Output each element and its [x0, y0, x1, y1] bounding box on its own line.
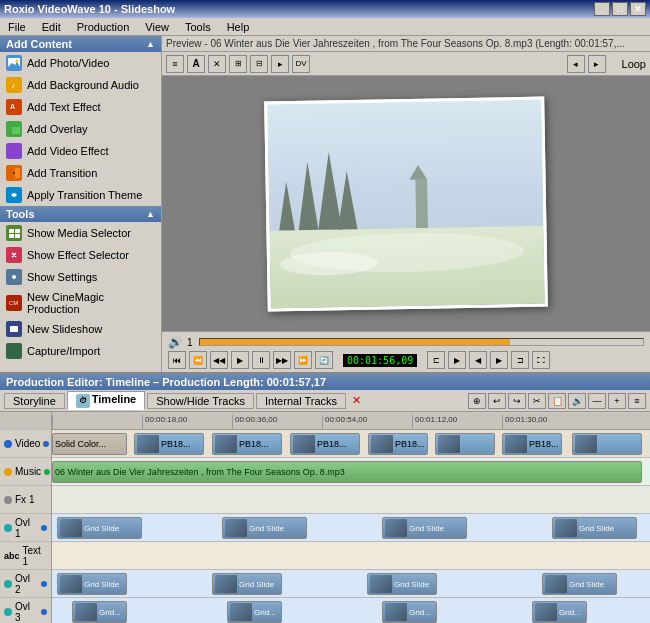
- ovl1-dot2: [41, 525, 47, 531]
- close-button[interactable]: ✕: [630, 2, 646, 16]
- tl-btn-6[interactable]: 🔊: [568, 393, 586, 409]
- text-abc: abc: [4, 551, 20, 561]
- ovl2-clip-4[interactable]: Grid Slide: [542, 573, 617, 595]
- next-sel-btn[interactable]: ▶: [490, 351, 508, 369]
- add-background-audio-item[interactable]: ♪ Add Background Audio: [0, 74, 161, 96]
- ovl1-track: Grid Slide Grid Slide Grid Slide Grid Sl…: [52, 514, 650, 542]
- menu-view[interactable]: View: [141, 20, 173, 34]
- rewind-btn[interactable]: ◀◀: [210, 351, 228, 369]
- music-clip[interactable]: 06 Winter aus Die Vier Jahreszeiten , fr…: [52, 461, 642, 483]
- title-bar: Roxio VideoWave 10 - Slideshow _ □ ✕: [0, 0, 650, 18]
- ovl1-clip-3[interactable]: Grid Slide: [382, 517, 467, 539]
- svg-point-2: [16, 60, 19, 63]
- add-photo-video-item[interactable]: Add Photo/Video: [0, 52, 161, 74]
- pause-btn[interactable]: ⏸: [252, 351, 270, 369]
- menu-help[interactable]: Help: [223, 20, 254, 34]
- add-transition-item[interactable]: Add Transition: [0, 162, 161, 184]
- apply-transition-theme-item[interactable]: Apply Transition Theme: [0, 184, 161, 206]
- video-clip-6[interactable]: PB18...: [502, 433, 562, 455]
- tl-btn-1[interactable]: ⊕: [468, 393, 486, 409]
- skip-start-btn[interactable]: ⏮: [168, 351, 186, 369]
- show-settings-item[interactable]: Show Settings: [0, 266, 161, 288]
- ruler-label: [0, 412, 51, 430]
- maximize-button[interactable]: □: [612, 2, 628, 16]
- mark-in-btn[interactable]: ⊏: [427, 351, 445, 369]
- fullscreen-btn[interactable]: ⛶: [532, 351, 550, 369]
- tl-btn-8[interactable]: +: [608, 393, 626, 409]
- preview-back-btn[interactable]: ◂: [567, 55, 585, 73]
- toolbar-btn-x[interactable]: ✕: [208, 55, 226, 73]
- ovl2-clip-1[interactable]: Grid Slide: [57, 573, 127, 595]
- mark-out-btn[interactable]: ⊐: [511, 351, 529, 369]
- add-text-effect-item[interactable]: A Add Text Effect: [0, 96, 161, 118]
- capture-import-item[interactable]: Capture/Import: [0, 340, 161, 362]
- svg-text:♪: ♪: [11, 81, 15, 90]
- next-frame-btn[interactable]: ⏩: [294, 351, 312, 369]
- video-clip-7[interactable]: [572, 433, 642, 455]
- fast-fwd-btn[interactable]: ▶▶: [273, 351, 291, 369]
- toolbar-btn-1[interactable]: ≡: [166, 55, 184, 73]
- timeline-content: Video Music Fx 1 Ovl 1 abc Text 1: [0, 412, 650, 623]
- ovl1-clip-1[interactable]: Grid Slide: [57, 517, 142, 539]
- ovl3-clip-4[interactable]: Grid...: [532, 601, 587, 623]
- left-panel: Add Content ▲ Add Photo/Video ♪ Add Back…: [0, 36, 162, 372]
- add-video-effect-item[interactable]: Add Video Effect: [0, 140, 161, 162]
- window-controls: _ □ ✕: [594, 2, 646, 16]
- svg-marker-32: [17, 349, 20, 353]
- play-btn[interactable]: ▶: [231, 351, 249, 369]
- new-cinemagic-item[interactable]: CM New CineMagic Production: [0, 288, 161, 318]
- tl-btn-7[interactable]: —: [588, 393, 606, 409]
- video-clip-5[interactable]: [435, 433, 495, 455]
- solid-color-clip[interactable]: Solid Color...: [52, 433, 127, 455]
- toolbar-btn-more[interactable]: ▸: [271, 55, 289, 73]
- play-sel-btn[interactable]: ▶: [448, 351, 466, 369]
- ovl3-clip-2[interactable]: Grid...: [227, 601, 282, 623]
- svg-rect-9: [8, 147, 17, 155]
- video-clip-1[interactable]: PB18...: [134, 433, 204, 455]
- skip-end-btn[interactable]: 🔄: [315, 351, 333, 369]
- tl-btn-9[interactable]: ≡: [628, 393, 646, 409]
- svg-rect-18: [15, 229, 20, 233]
- ovl3-clip-1[interactable]: Grid...: [72, 601, 127, 623]
- tab-storyline[interactable]: Storyline: [4, 393, 65, 409]
- prev-sel-btn[interactable]: ◀: [469, 351, 487, 369]
- preview-area: Preview - 06 Winter aus Die Vier Jahresz…: [162, 36, 650, 372]
- menu-production[interactable]: Production: [73, 20, 134, 34]
- minimize-button[interactable]: _: [594, 2, 610, 16]
- menu-file[interactable]: File: [4, 20, 30, 34]
- close-tracks-btn[interactable]: ✕: [352, 394, 361, 407]
- theme-icon: [6, 187, 22, 203]
- tl-btn-3[interactable]: ↪: [508, 393, 526, 409]
- ovl2-clip-3[interactable]: Grid Slide: [367, 573, 437, 595]
- add-overlay-item[interactable]: Add Overlay: [0, 118, 161, 140]
- tl-btn-2[interactable]: ↩: [488, 393, 506, 409]
- tl-btn-4[interactable]: ✂: [528, 393, 546, 409]
- tab-internal-tracks[interactable]: Internal Tracks: [256, 393, 346, 409]
- timeline-scrubber[interactable]: [199, 338, 644, 346]
- ovl1-clip-2[interactable]: Grid Slide: [222, 517, 307, 539]
- video-clip-4[interactable]: PB18...: [368, 433, 428, 455]
- track-label-music: Music: [0, 458, 51, 486]
- menu-tools[interactable]: Tools: [181, 20, 215, 34]
- toolbar-btn-grid2[interactable]: ⊟: [250, 55, 268, 73]
- video-clip-3[interactable]: PB18...: [290, 433, 360, 455]
- tl-btn-5[interactable]: 📋: [548, 393, 566, 409]
- tab-timeline[interactable]: ⏱Timeline: [67, 391, 145, 410]
- toolbar-btn-text[interactable]: A: [187, 55, 205, 73]
- cinemagic-icon: CM: [6, 295, 22, 311]
- preview-fwd-btn[interactable]: ▸: [588, 55, 606, 73]
- ovl3-dot2: [41, 609, 47, 615]
- prev-frame-btn[interactable]: ⏪: [189, 351, 207, 369]
- new-slideshow-item[interactable]: New Slideshow: [0, 318, 161, 340]
- track-label-video: Video: [0, 430, 51, 458]
- toolbar-btn-grid[interactable]: ⊞: [229, 55, 247, 73]
- ovl2-clip-2[interactable]: Grid Slide: [212, 573, 282, 595]
- show-media-selector-item[interactable]: Show Media Selector: [0, 222, 161, 244]
- menu-edit[interactable]: Edit: [38, 20, 65, 34]
- toolbar-btn-dv[interactable]: DV: [292, 55, 310, 73]
- show-effect-selector-item[interactable]: Show Effect Selector: [0, 244, 161, 266]
- ovl1-clip-4[interactable]: Grid Slide: [552, 517, 637, 539]
- video-clip-2[interactable]: PB18...: [212, 433, 282, 455]
- ovl3-clip-3[interactable]: Grid...: [382, 601, 437, 623]
- tab-show-hide-tracks[interactable]: Show/Hide Tracks: [147, 393, 254, 409]
